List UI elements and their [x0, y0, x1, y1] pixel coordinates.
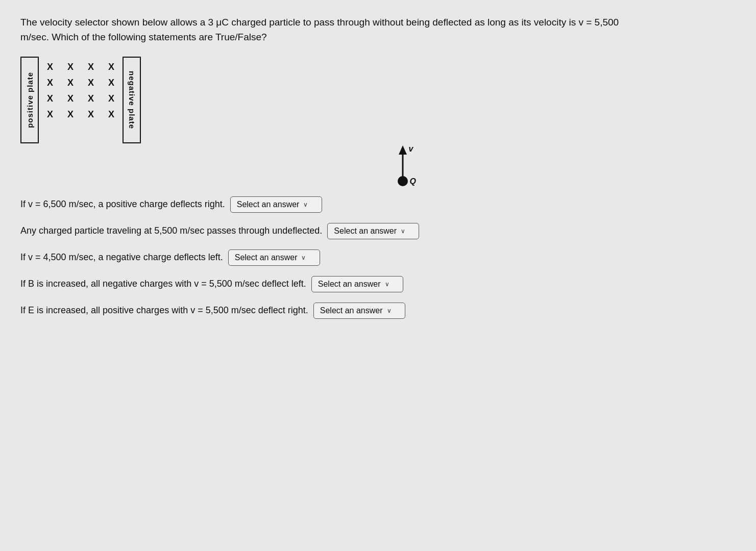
answer-dropdown-q4[interactable]: Select an answer∨ [311, 276, 403, 292]
chevron-down-icon: ∨ [385, 281, 389, 288]
x-mark: X [67, 78, 74, 88]
grid-row: XXXX [47, 93, 114, 104]
x-mark: X [88, 109, 94, 120]
grid-row: XXXX [47, 78, 114, 88]
positive-plate-label: positive plate [26, 72, 34, 128]
x-mark: X [88, 78, 94, 88]
answer-dropdown-q2[interactable]: Select an answer∨ [327, 223, 419, 239]
diagram-wrapper: positive plate XXXXXXXXXXXXXXXX negative… [20, 57, 736, 186]
x-mark: X [108, 93, 114, 104]
chevron-down-icon: ∨ [401, 228, 405, 235]
grid-row: XXXX [47, 62, 114, 72]
x-mark: X [108, 109, 114, 120]
chevron-down-icon: ∨ [303, 201, 308, 208]
x-mark: X [47, 93, 53, 104]
question-row-q4: If B is increased, all negative charges … [20, 276, 710, 292]
x-mark: X [47, 78, 53, 88]
negative-plate-label: negative plate [128, 71, 136, 129]
negative-plate: negative plate [123, 57, 141, 143]
question-text-q4: If B is increased, all negative charges … [20, 278, 306, 290]
dropdown-label-q5: Select an answer [320, 306, 383, 315]
dropdown-label-q4: Select an answer [318, 280, 381, 289]
x-mark: X [67, 62, 74, 72]
particle-dot [398, 176, 408, 186]
question-row-q2: Any charged particle traveling at 5,500 … [20, 223, 710, 239]
x-mark: X [47, 109, 53, 120]
x-mark: X [67, 93, 74, 104]
question-row-q1: If v = 6,500 m/sec, a positive charge de… [20, 196, 710, 213]
dropdown-label-q1: Select an answer [237, 200, 300, 209]
question-text-q1: If v = 6,500 m/sec, a positive charge de… [20, 198, 225, 211]
answer-dropdown-q3[interactable]: Select an answer∨ [228, 249, 320, 266]
x-mark: X [108, 78, 114, 88]
intro-text: The velocity selector shown below allows… [20, 15, 633, 44]
question-text-q2: Any charged particle traveling at 5,500 … [20, 224, 322, 237]
question-text-q3: If v = 4,500 m/sec, a negative charge de… [20, 251, 223, 264]
answer-dropdown-q1[interactable]: Select an answer∨ [230, 196, 322, 213]
chevron-down-icon: ∨ [301, 254, 306, 261]
arrow-container: v Q [69, 145, 736, 186]
plates-row: positive plate XXXXXXXXXXXXXXXX negative… [20, 57, 736, 143]
x-mark: X [88, 62, 94, 72]
dropdown-label-q2: Select an answer [334, 227, 397, 236]
q-label: Q [410, 177, 416, 186]
questions-section: If v = 6,500 m/sec, a positive charge de… [20, 196, 710, 319]
positive-plate: positive plate [20, 57, 39, 143]
grid-row: XXXX [47, 109, 114, 120]
x-mark: X [88, 93, 94, 104]
particle-arrow-area: v Q [69, 145, 736, 186]
x-mark: X [67, 109, 74, 120]
v-label: v [409, 144, 413, 154]
x-grid: XXXXXXXXXXXXXXXX [39, 57, 123, 143]
question-row-q3: If v = 4,500 m/sec, a negative charge de… [20, 249, 710, 266]
chevron-down-icon: ∨ [387, 307, 392, 314]
x-mark: X [108, 62, 114, 72]
question-row-q5: If E is increased, all positive charges … [20, 303, 710, 319]
dropdown-label-q3: Select an answer [235, 253, 298, 262]
answer-dropdown-q5[interactable]: Select an answer∨ [313, 303, 405, 319]
question-text-q5: If E is increased, all positive charges … [20, 304, 308, 317]
x-mark: X [47, 62, 53, 72]
